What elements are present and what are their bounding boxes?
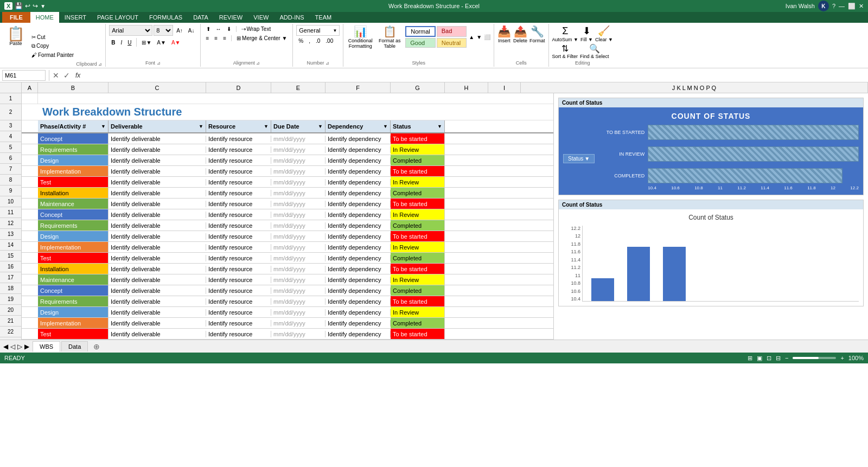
cell-deliverable[interactable]: Identify deliverable (108, 201, 206, 207)
cell-deliverable[interactable]: Identify deliverable (108, 277, 206, 283)
zoom-plus-icon[interactable]: + (840, 355, 844, 361)
cell-resource[interactable]: Identify resource (206, 212, 271, 218)
col-header-h[interactable]: H (445, 82, 488, 93)
styles-scroll-up[interactable]: ▲ (469, 34, 474, 40)
cell-status[interactable]: In Review (391, 242, 445, 252)
table-row[interactable]: Requirements Identify deliverable Identi… (22, 220, 553, 231)
cell-duedate[interactable]: mm/dd/yyyy (271, 320, 326, 327)
format-painter-button[interactable]: 🖌 Format Painter (29, 51, 76, 59)
cell-resource[interactable]: Identify resource (206, 201, 271, 207)
row-header-15[interactable]: 15 (0, 251, 21, 261)
tab-page-layout[interactable]: PAGE LAYOUT (92, 12, 144, 23)
cell-duedate[interactable]: mm/dd/yyyy (271, 201, 326, 207)
cell-a1[interactable] (22, 93, 38, 104)
table-row[interactable]: Design Identify deliverable Identify res… (22, 155, 553, 166)
cell-dependency[interactable]: Identify dependency (326, 157, 391, 164)
cell-dependency[interactable]: Identify dependency (326, 320, 391, 327)
title-bar-undo-icon[interactable]: ↩ (25, 2, 30, 10)
align-left-button[interactable]: ≡ (204, 34, 212, 42)
clear-button[interactable]: 🧹 Clear ▼ (595, 25, 613, 42)
increase-decimal-button[interactable]: .0 (314, 37, 322, 45)
row-header-2[interactable]: 2 (0, 104, 21, 120)
cell-deliverable[interactable]: Identify deliverable (108, 331, 206, 337)
cell-duedate[interactable]: mm/dd/yyyy (271, 179, 326, 185)
percent-button[interactable]: % (296, 37, 305, 45)
cell-b1-rest[interactable] (38, 93, 553, 104)
align-top-button[interactable]: ⬆ (204, 25, 213, 33)
cell-status[interactable]: Completed (391, 253, 445, 263)
cell-dependency[interactable]: Identify dependency (326, 136, 391, 142)
cell-status[interactable]: To be started (391, 199, 445, 209)
delete-button[interactable]: 📤 Delete (513, 25, 527, 43)
cell-phase[interactable]: Test (38, 253, 108, 263)
font-size-select[interactable]: 8 (154, 25, 173, 36)
cell-phase[interactable]: Implementation (38, 318, 108, 328)
sheet-tab-wbs[interactable]: WBS (33, 341, 60, 352)
align-middle-button[interactable]: ↔ (214, 25, 224, 33)
cell-duedate[interactable]: mm/dd/yyyy (271, 146, 326, 153)
cell-duedate[interactable]: mm/dd/yyyy (271, 309, 326, 316)
cell-duedate[interactable]: mm/dd/yyyy (271, 244, 326, 251)
font-name-select[interactable]: Arial (109, 25, 152, 36)
table-row[interactable]: Requirements Identify deliverable Identi… (22, 144, 553, 155)
sheet-nav-left-icon[interactable]: ◀ (2, 343, 9, 350)
cell-status[interactable]: To be started (391, 264, 445, 274)
number-format-dropdown[interactable]: General ▼ (296, 25, 340, 36)
cell-deliverable[interactable]: Identify deliverable (108, 146, 206, 153)
cell-phase[interactable]: Requirements (38, 144, 108, 155)
cell-resource[interactable]: Identify resource (206, 179, 271, 185)
header-duedate[interactable]: Due Date ▼ (271, 120, 326, 132)
cell-resource[interactable]: Identify resource (206, 190, 271, 196)
name-box[interactable] (2, 70, 46, 81)
table-row[interactable]: Maintenance Identify deliverable Identif… (22, 199, 553, 209)
cell-dependency[interactable]: Identify dependency (326, 309, 391, 316)
style-good[interactable]: Good (405, 38, 435, 48)
cell-phase[interactable]: Requirements (38, 220, 108, 231)
table-row[interactable]: Design Identify deliverable Identify res… (22, 231, 553, 242)
sheet-nav-rightmost-icon[interactable]: ▶ (23, 343, 30, 350)
maximize-icon[interactable]: ⬜ (848, 3, 856, 10)
table-row[interactable]: Test Identify deliverable Identify resou… (22, 329, 553, 340)
cell-deliverable[interactable]: Identify deliverable (108, 287, 206, 294)
row-header-3[interactable]: 3 (0, 120, 21, 131)
cell-phase[interactable]: Concept (38, 285, 108, 296)
cell-deliverable[interactable]: Identify deliverable (108, 190, 206, 196)
autosum-button[interactable]: Σ AutoSum ▼ (552, 25, 578, 42)
cell-phase[interactable]: Concept (38, 133, 108, 144)
cell-resource[interactable]: Identify resource (206, 287, 271, 294)
cell-phase[interactable]: Test (38, 329, 108, 339)
tab-insert[interactable]: INSERT (59, 12, 92, 23)
table-row[interactable]: Test Identify deliverable Identify resou… (22, 253, 553, 264)
table-row[interactable]: Requirements Identify deliverable Identi… (22, 296, 553, 307)
cell-status[interactable]: Completed (391, 188, 445, 198)
tab-team[interactable]: TEAM (310, 12, 337, 23)
cell-deliverable[interactable]: Identify deliverable (108, 309, 206, 316)
bold-button[interactable]: B (109, 37, 117, 48)
cell-dependency[interactable]: Identify dependency (326, 255, 391, 261)
row-header-5[interactable]: 5 (0, 142, 21, 153)
increase-font-button[interactable]: A↑ (174, 25, 185, 36)
zoom-minus-icon[interactable]: − (785, 355, 788, 361)
header-status[interactable]: Status ▼ (391, 120, 445, 132)
cell-duedate[interactable]: mm/dd/yyyy (271, 190, 326, 196)
cell-status[interactable]: In Review (391, 177, 445, 187)
cell-duedate[interactable]: mm/dd/yyyy (271, 277, 326, 283)
cell-resource[interactable]: Identify resource (206, 266, 271, 272)
cell-phase[interactable]: Implementation (38, 166, 108, 176)
row-header-10[interactable]: 10 (0, 196, 21, 207)
cell-dependency[interactable]: Identify dependency (326, 287, 391, 294)
cell-deliverable[interactable]: Identify deliverable (108, 255, 206, 261)
cell-status[interactable]: In Review (391, 144, 445, 155)
cell-deliverable[interactable]: Identify deliverable (108, 179, 206, 185)
table-row[interactable]: Maintenance Identify deliverable Identif… (22, 274, 553, 285)
align-center-button[interactable]: ≡ (212, 34, 220, 42)
col-header-e[interactable]: E (271, 82, 326, 93)
cell-deliverable[interactable]: Identify deliverable (108, 136, 206, 142)
cell-status[interactable]: Completed (391, 318, 445, 328)
format-button[interactable]: 🔧 Format (529, 25, 545, 43)
file-tab[interactable]: FILE (2, 12, 30, 23)
cell-dependency[interactable]: Identify dependency (326, 244, 391, 251)
tab-home[interactable]: HOME (30, 12, 59, 23)
title-bar-dropdown-icon[interactable]: ▼ (40, 3, 46, 9)
row-header-9[interactable]: 9 (0, 185, 21, 196)
